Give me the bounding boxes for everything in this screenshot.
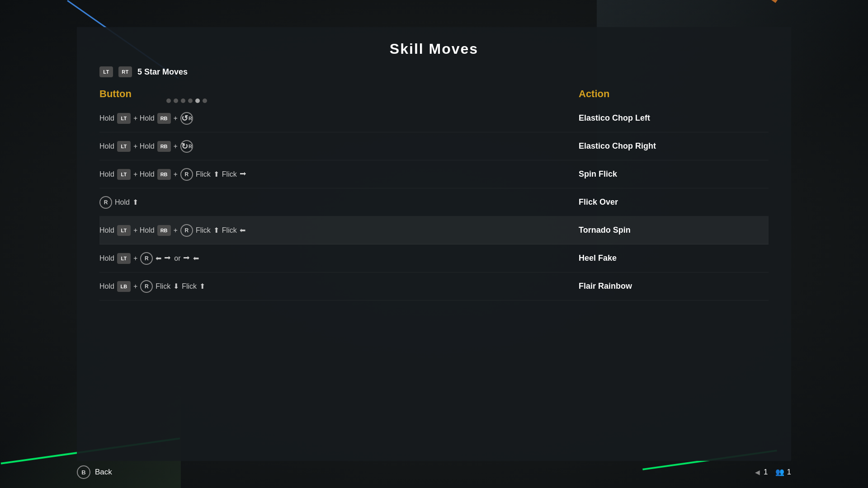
page-number: 1 — [764, 468, 768, 477]
action-text: Tornado Spin — [579, 225, 769, 235]
table-row: Hold LT + Hold RB + ↻ R Elastico Chop Ri… — [99, 132, 769, 160]
button-col: Hold LB + R Flick Flick — [99, 280, 579, 293]
players-info: 1 — [775, 468, 791, 477]
r-btn: R — [140, 280, 153, 293]
hold-text: Hold — [99, 254, 114, 263]
plus-text: + — [174, 226, 178, 235]
rb-btn: RB — [157, 141, 171, 152]
dot-6 — [203, 99, 207, 103]
lt-btn: LT — [117, 253, 131, 264]
page-title: Skill Moves — [99, 41, 769, 57]
button-col: Hold LT + Hold RB + R Flick Flick ⮕ — [99, 168, 579, 181]
table-row: R Hold Flick Over — [99, 188, 769, 216]
hold-text: Hold — [99, 282, 114, 291]
hold-text: Hold — [115, 198, 130, 206]
r-btn: R — [99, 196, 112, 209]
hold-text: Hold — [99, 142, 114, 150]
r-btn: R — [180, 224, 193, 237]
r-btn: ↻ R — [180, 140, 193, 153]
plus-hold-text: + Hold — [133, 142, 155, 150]
plus-text: + — [174, 114, 178, 122]
plus-hold-text: + Hold — [133, 114, 155, 122]
flick-text: Flick — [196, 170, 211, 178]
r-btn: R — [180, 168, 193, 181]
arrow-left-icon: ⬅ — [156, 254, 161, 263]
main-panel: Skill Moves LT RT 5 Star Moves Button Ac… — [77, 27, 791, 461]
dot-2 — [174, 99, 178, 103]
arrow-right-filled-icon2: ⮕ — [183, 254, 190, 263]
back-label: Back — [95, 468, 112, 477]
button-col: Hold LT + Hold RB + R Flick Flick ⬅ — [99, 224, 579, 237]
lb-btn: LB — [117, 281, 131, 292]
footer-right: 1 1 — [755, 468, 791, 477]
flick-text2: Flick — [182, 282, 197, 291]
hold-text: Hold — [99, 114, 114, 122]
button-col: Hold LT + R ⬅ ⮕ or ⮕ ⬅ — [99, 252, 579, 265]
button-col: Hold LT + Hold RB + ↻ R — [99, 140, 579, 153]
prev-page-icon[interactable] — [755, 468, 760, 477]
back-button[interactable]: B Back — [77, 465, 112, 479]
r-btn: R — [140, 252, 153, 265]
arrow-left-icon: ⬅ — [240, 226, 245, 235]
action-text: Flair Rainbow — [579, 282, 769, 291]
players-count: 1 — [787, 468, 791, 477]
dot-3 — [181, 99, 185, 103]
players-icon — [775, 468, 784, 477]
arrow-up-icon — [213, 170, 219, 178]
table-row: Hold LT + R ⬅ ⮕ or ⮕ ⬅ Heel Fake — [99, 244, 769, 272]
dot-4 — [188, 99, 193, 103]
b-button[interactable]: B — [77, 465, 90, 479]
page-navigation: 1 — [755, 468, 768, 477]
plus-text: + — [133, 254, 137, 263]
dot-5 — [195, 99, 200, 103]
action-text: Elastico Chop Left — [579, 113, 769, 123]
hold-text: Hold — [99, 170, 114, 178]
or-text: or — [174, 254, 180, 263]
lt-btn: LT — [117, 113, 131, 124]
lt-btn: LT — [117, 225, 131, 236]
page-dots — [166, 99, 207, 103]
arrow-down-icon — [173, 282, 179, 291]
rb-btn: RB — [157, 225, 171, 236]
r-btn: ↺ R — [180, 112, 193, 125]
arrow-up-icon — [132, 198, 138, 206]
action-text: Elastico Chop Right — [579, 141, 769, 151]
flick-text2: Flick — [222, 226, 237, 235]
action-column-header: Action — [579, 88, 769, 100]
button-col: R Hold — [99, 196, 579, 209]
arrow-right-filled-icon: ⮕ — [164, 254, 171, 263]
plus-text: + — [174, 170, 178, 178]
dot-1 — [166, 99, 171, 103]
moves-list: Hold LT + Hold RB + ↺ R Elastico Chop Le… — [99, 104, 769, 300]
flick-text2: Flick — [222, 170, 237, 178]
lt-btn: LT — [117, 169, 131, 180]
rt-button[interactable]: RT — [118, 66, 132, 77]
rb-btn: RB — [157, 113, 171, 124]
table-row: Hold LT + Hold RB + ↺ R Elastico Chop Le… — [99, 104, 769, 132]
arrow-up-icon — [199, 282, 205, 291]
tab-title: 5 Star Moves — [137, 67, 188, 77]
arrow-right-icon: ⮕ — [240, 170, 247, 178]
action-text: Flick Over — [579, 197, 769, 207]
action-text: Spin Flick — [579, 169, 769, 179]
plus-text: + — [133, 282, 137, 291]
table-row: Hold LT + Hold RB + R Flick Flick ⮕ Spin… — [99, 160, 769, 188]
flick-text: Flick — [196, 226, 211, 235]
plus-hold-text: + Hold — [133, 226, 155, 235]
footer: B Back 1 1 — [77, 465, 791, 479]
arrow-up-icon — [213, 226, 219, 235]
table-row: Hold LB + R Flick Flick Flair Rainbow — [99, 272, 769, 300]
lt-btn: LT — [117, 141, 131, 152]
rb-btn: RB — [157, 169, 171, 180]
lt-button[interactable]: LT — [99, 66, 113, 77]
flick-text: Flick — [156, 282, 170, 291]
plus-hold-text: + Hold — [133, 170, 155, 178]
button-col: Hold LT + Hold RB + ↺ R — [99, 112, 579, 125]
table-row: → Hold LT + Hold RB + R Flick Flick ⬅ To… — [99, 216, 769, 244]
action-text: Heel Fake — [579, 253, 769, 263]
arrow-left-icon2: ⬅ — [193, 254, 199, 263]
hold-text: Hold — [99, 226, 114, 235]
tab-header: LT RT 5 Star Moves — [99, 66, 769, 77]
plus-text: + — [174, 142, 178, 150]
